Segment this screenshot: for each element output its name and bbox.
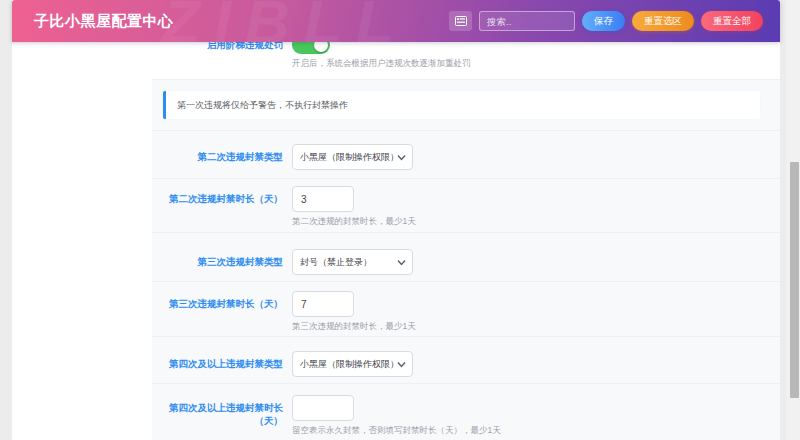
setting-row-fourth-ban-type: 第四次及以上违规封禁类型 小黑屋（限制操作权限）: [152, 336, 780, 383]
menu-list-icon[interactable]: [449, 11, 472, 31]
second-ban-days-input[interactable]: [292, 186, 354, 212]
setting-hint: 第二次违规的封禁时长，最少1天: [292, 216, 416, 228]
left-sidebar: [12, 0, 152, 440]
save-button[interactable]: 保存: [582, 11, 625, 31]
setting-label: 第二次违规封禁类型: [152, 144, 292, 178]
info-notice: 第一次违规将仅给予警告，不执行封禁操作: [163, 91, 760, 119]
brand-watermark: ZIBLL: [162, 0, 408, 42]
settings-form: 启用阶梯违规处罚 开启后，系统会根据用户违规次数逐渐加重处罚 第一次违规将仅给予…: [152, 28, 780, 440]
setting-label: 第二次违规封禁时长（天）: [152, 186, 292, 232]
fourth-ban-days-input[interactable]: [292, 395, 354, 421]
setting-label: 第四次及以上违规封禁时长（天）: [152, 395, 292, 440]
select-value: 小黑屋（限制操作权限）: [300, 151, 399, 164]
search-input[interactable]: [479, 11, 575, 31]
setting-row-third-ban-days: 第三次违规封禁时长（天） 第三次违规的封禁时长，最少1天: [152, 281, 780, 336]
setting-row-first-violation-notice: 第一次违规将仅给予警告，不执行封禁操作: [152, 79, 780, 130]
select-value: 封号（禁止登录）: [300, 256, 372, 269]
chevron-down-icon: [397, 259, 406, 266]
setting-hint: 留空表示永久封禁，否则填写封禁时长（天），最少1天: [292, 425, 501, 437]
app-header: ZIBLL 子比小黑屋配置中心 保存 重置选区 重置全部: [12, 0, 780, 42]
scrollbar-track[interactable]: [786, 0, 800, 440]
third-ban-days-input[interactable]: [292, 291, 354, 317]
select-value: 小黑屋（限制操作权限）: [300, 358, 399, 371]
setting-row-third-ban-type: 第三次违规封禁类型 封号（禁止登录）: [152, 232, 780, 281]
third-ban-type-select[interactable]: 封号（禁止登录）: [292, 249, 413, 275]
setting-label: 第三次违规封禁时长（天）: [152, 291, 292, 336]
page-title: 子比小黑屋配置中心: [34, 12, 174, 31]
scrollbar-thumb[interactable]: [790, 162, 799, 398]
setting-row-second-ban-type: 第二次违规封禁类型 小黑屋（限制操作权限）: [152, 130, 780, 178]
setting-label: 第四次及以上违规封禁类型: [152, 351, 292, 383]
setting-row-fourth-ban-days: 第四次及以上违规封禁时长（天） 留空表示永久封禁，否则填写封禁时长（天），最少1…: [152, 383, 780, 440]
chevron-down-icon: [397, 154, 406, 161]
setting-label: 第三次违规封禁类型: [152, 249, 292, 281]
chevron-down-icon: [397, 361, 406, 368]
setting-row-second-ban-days: 第二次违规封禁时长（天） 第二次违规的封禁时长，最少1天: [152, 178, 780, 232]
reset-selection-button[interactable]: 重置选区: [632, 11, 694, 31]
setting-hint: 开启后，系统会根据用户违规次数逐渐加重处罚: [292, 58, 471, 70]
setting-label: 启用阶梯违规处罚: [152, 36, 292, 79]
second-ban-type-select[interactable]: 小黑屋（限制操作权限）: [292, 144, 413, 170]
reset-all-button[interactable]: 重置全部: [701, 11, 763, 31]
setting-hint: 第三次违规的封禁时长，最少1天: [292, 321, 416, 333]
fourth-ban-type-select[interactable]: 小黑屋（限制操作权限）: [292, 351, 413, 377]
